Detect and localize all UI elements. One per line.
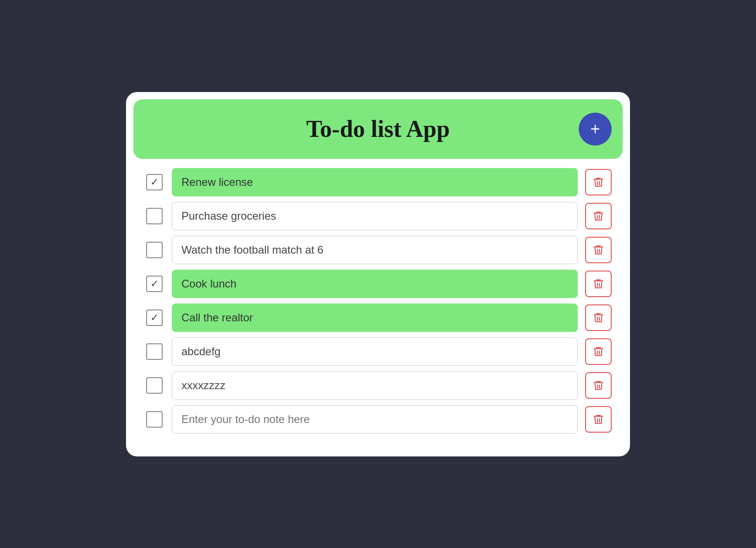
trash-icon — [592, 278, 604, 290]
todo-text: abcdefg — [181, 345, 220, 358]
todo-checkbox[interactable] — [146, 377, 163, 394]
checkbox-wrapper — [144, 375, 164, 396]
checkbox-wrapper: ✓ — [144, 308, 164, 328]
trash-icon — [592, 312, 604, 324]
todo-checkbox[interactable]: ✓ — [146, 309, 163, 326]
todo-text: Call the realtor — [181, 311, 253, 324]
app-container: To-do list App + ✓Renew license Purchase… — [126, 92, 630, 456]
delete-todo-button[interactable] — [585, 406, 612, 433]
todo-checkbox[interactable] — [146, 208, 163, 224]
todo-checkbox[interactable]: ✓ — [146, 276, 163, 292]
checkbox-wrapper — [144, 206, 164, 226]
todo-item: ✓Renew license — [144, 168, 612, 196]
add-todo-button[interactable]: + — [579, 113, 612, 146]
checkmark-icon: ✓ — [150, 176, 159, 188]
checkmark-icon: ✓ — [150, 278, 159, 290]
todo-text: Watch the football match at 6 — [181, 244, 323, 256]
delete-todo-button[interactable] — [585, 271, 612, 297]
todo-checkbox[interactable]: ✓ — [146, 174, 163, 190]
todo-text: Purchase groceries — [181, 210, 276, 222]
todo-item: abcdefg — [144, 337, 612, 366]
delete-todo-button[interactable] — [585, 237, 612, 263]
delete-todo-button[interactable] — [585, 304, 612, 331]
todo-text: Cook lunch — [181, 277, 236, 290]
todo-text-wrapper: Cook lunch — [172, 270, 578, 298]
todo-input[interactable] — [181, 413, 568, 426]
todo-item: Purchase groceries — [144, 202, 612, 230]
todo-text-wrapper — [172, 405, 578, 434]
todo-text: Renew license — [181, 176, 253, 188]
checkbox-wrapper — [144, 342, 164, 362]
todo-text-wrapper: xxxxzzzz — [172, 371, 578, 400]
delete-todo-button[interactable] — [585, 338, 612, 365]
header: To-do list App + — [133, 99, 623, 159]
checkbox-wrapper — [144, 240, 164, 260]
todo-checkbox[interactable] — [146, 242, 163, 258]
todo-item — [144, 405, 612, 434]
delete-todo-button[interactable] — [585, 372, 612, 399]
delete-todo-button[interactable] — [585, 169, 612, 195]
delete-todo-button[interactable] — [585, 203, 612, 229]
todo-checkbox[interactable] — [146, 411, 163, 428]
trash-icon — [592, 413, 604, 425]
todo-text-wrapper: Renew license — [172, 168, 578, 196]
checkbox-wrapper: ✓ — [144, 274, 164, 294]
trash-icon — [592, 244, 604, 256]
trash-icon — [592, 176, 604, 188]
checkbox-wrapper: ✓ — [144, 172, 164, 192]
todo-text-wrapper: Call the realtor — [172, 304, 578, 332]
trash-icon — [592, 346, 604, 358]
app-title: To-do list App — [306, 115, 449, 142]
trash-icon — [592, 380, 604, 391]
todo-item: xxxxzzzz — [144, 371, 612, 400]
todo-checkbox[interactable] — [146, 343, 163, 360]
todo-item: ✓Call the realtor — [144, 304, 612, 332]
checkmark-icon: ✓ — [150, 312, 159, 324]
todo-text-wrapper: abcdefg — [172, 337, 578, 366]
todo-item: ✓Cook lunch — [144, 270, 612, 298]
todo-text-wrapper: Purchase groceries — [172, 202, 578, 230]
todo-item: Watch the football match at 6 — [144, 236, 612, 264]
todo-list: ✓Renew license Purchase groceries Watch … — [126, 159, 630, 438]
todo-text: xxxxzzzz — [181, 379, 225, 391]
trash-icon — [592, 210, 604, 222]
todo-text-wrapper: Watch the football match at 6 — [172, 236, 578, 264]
checkbox-wrapper — [144, 409, 164, 429]
